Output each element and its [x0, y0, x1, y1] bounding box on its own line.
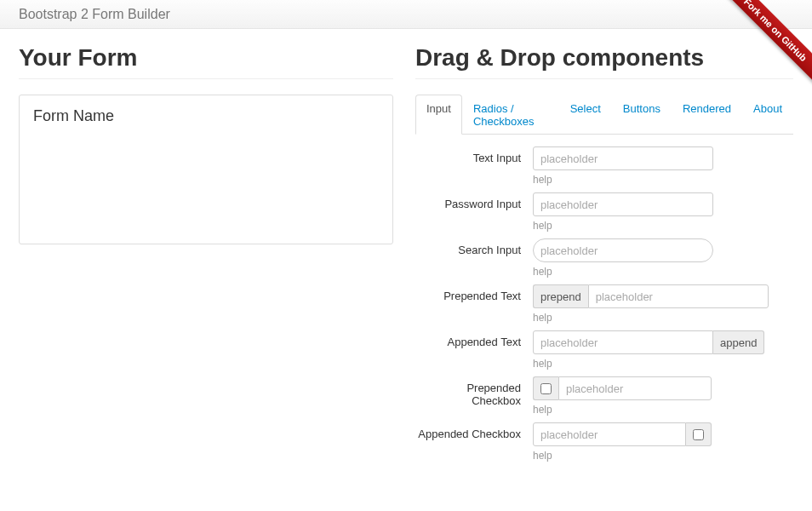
text-input-field[interactable] [533, 146, 713, 170]
tab-radios-checkboxes[interactable]: Radios / Checkboxes [462, 95, 559, 135]
tab-input[interactable]: Input [415, 95, 462, 135]
text-input-label: Text Input [415, 146, 533, 186]
search-input-label: Search Input [415, 238, 533, 278]
appended-text-label: Appended Text [415, 330, 533, 370]
prepended-text-field[interactable] [588, 284, 769, 308]
component-prepended-checkbox[interactable]: Prepended Checkbox help [415, 376, 793, 416]
password-input-label: Password Input [415, 192, 533, 232]
app-brand: Bootstrap 2 Form Builder [19, 7, 170, 22]
components-column: Drag & Drop components Input Radios / Ch… [415, 44, 793, 468]
prepend-checkbox[interactable] [540, 383, 552, 394]
your-form-heading: Your Form [19, 44, 393, 79]
component-prepended-text[interactable]: Prepended Text prepend help [415, 284, 793, 324]
append-checkbox[interactable] [693, 429, 704, 440]
component-text-input[interactable]: Text Input help [415, 146, 793, 186]
component-list: Text Input help Password Input help Sear… [415, 146, 793, 462]
component-appended-checkbox[interactable]: Appended Checkbox help [415, 422, 793, 462]
search-input-help: help [533, 266, 793, 278]
component-appended-text[interactable]: Appended Text append help [415, 330, 793, 370]
append-checkbox-addon [686, 422, 712, 446]
prepended-text-label: Prepended Text [415, 284, 533, 324]
tab-buttons[interactable]: Buttons [612, 95, 672, 135]
appended-text-field[interactable] [533, 330, 713, 354]
password-input-help: help [533, 220, 793, 232]
form-drop-target[interactable]: Form Name [19, 95, 393, 244]
prepended-checkbox-field[interactable] [558, 376, 712, 400]
github-ribbon[interactable]: Fork me on GitHub [718, 0, 812, 94]
component-search-input[interactable]: Search Input help [415, 238, 793, 278]
navbar: Bootstrap 2 Form Builder [0, 0, 812, 29]
component-tabs: Input Radios / Checkboxes Select Buttons… [415, 95, 793, 135]
appended-checkbox-field[interactable] [533, 422, 686, 446]
main-container: Your Form Form Name Drag & Drop componen… [0, 29, 812, 484]
appended-checkbox-label: Appended Checkbox [415, 422, 533, 462]
github-ribbon-label: Fork me on GitHub [718, 0, 812, 88]
your-form-column: Your Form Form Name [19, 44, 393, 468]
tab-select[interactable]: Select [559, 95, 612, 135]
prepended-checkbox-help: help [533, 404, 793, 416]
search-input-field[interactable] [533, 238, 713, 262]
prepend-addon: prepend [533, 284, 588, 308]
form-name-label[interactable]: Form Name [33, 107, 379, 125]
append-addon: append [713, 330, 764, 354]
tab-rendered[interactable]: Rendered [672, 95, 742, 135]
component-password-input[interactable]: Password Input help [415, 192, 793, 232]
tab-about[interactable]: About [742, 95, 793, 135]
text-input-help: help [533, 174, 793, 186]
appended-checkbox-help: help [533, 450, 793, 462]
password-input-field[interactable] [533, 192, 713, 216]
prepended-checkbox-label: Prepended Checkbox [415, 376, 533, 416]
prepended-text-help: help [533, 312, 793, 324]
appended-text-help: help [533, 358, 793, 370]
prepend-checkbox-addon [533, 376, 558, 400]
